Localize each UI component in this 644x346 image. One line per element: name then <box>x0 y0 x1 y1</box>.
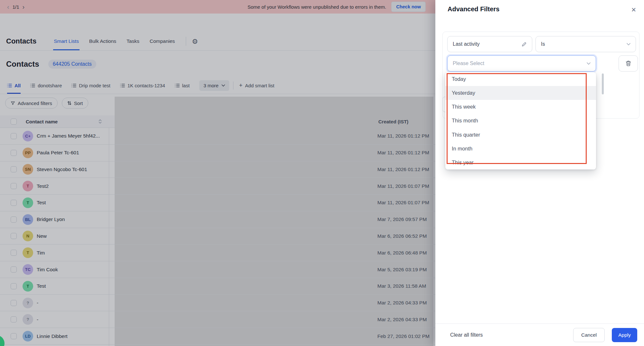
chevron-down-icon <box>627 43 630 45</box>
pencil-icon[interactable] <box>521 42 527 47</box>
close-icon[interactable]: ✕ <box>630 5 638 14</box>
drawer-footer: Clear all filters Cancel Apply <box>435 323 644 346</box>
dropdown-option[interactable]: This quarter <box>445 128 596 142</box>
filter-field-selector[interactable]: Last activity <box>447 36 532 52</box>
dropdown-option[interactable]: This month <box>445 114 596 128</box>
filter-value-placeholder: Please Select <box>453 61 587 66</box>
dropdown-option[interactable]: This week <box>445 100 596 114</box>
dropdown-option-label: This month <box>452 118 478 124</box>
filter-operator-select[interactable]: Is <box>535 36 636 52</box>
trash-icon <box>626 61 631 66</box>
modal-dim-overlay <box>0 0 435 346</box>
advanced-filters-drawer: Advanced Filters ✕ Last activity Is Plea… <box>435 0 644 346</box>
delete-filter-button[interactable] <box>619 55 638 72</box>
filter-field-label: Last activity <box>453 41 521 47</box>
dropdown-option-label: In month <box>452 146 472 152</box>
clear-all-filters-link[interactable]: Clear all filters <box>450 332 483 338</box>
dropdown-option-label: Yesterday <box>452 90 475 96</box>
dropdown-option-label: This quarter <box>452 132 480 138</box>
dropdown-option-label: This week <box>452 104 476 110</box>
drawer-title: Advanced Filters <box>448 5 499 13</box>
dropdown-option[interactable]: Today <box>445 72 596 86</box>
filter-operator-value: Is <box>541 41 627 47</box>
cancel-button[interactable]: Cancel <box>573 328 605 342</box>
dropdown-option[interactable]: Yesterday <box>445 86 596 100</box>
dropdown-option-label: This year <box>452 159 474 166</box>
scrollbar-thumb[interactable] <box>602 73 604 94</box>
dropdown-option[interactable]: In month <box>445 142 596 156</box>
filter-value-select[interactable]: Please Select <box>447 55 596 72</box>
dropdown-option-label: Today <box>452 76 466 82</box>
chevron-down-icon <box>587 62 591 65</box>
apply-button[interactable]: Apply <box>612 328 637 342</box>
dropdown-option[interactable]: This year <box>445 156 596 169</box>
screen: ‹ 1/1 › Some of your Workflows were unpu… <box>0 0 644 346</box>
value-options-dropdown: Today Yesterday This week This month Thi… <box>445 72 596 169</box>
